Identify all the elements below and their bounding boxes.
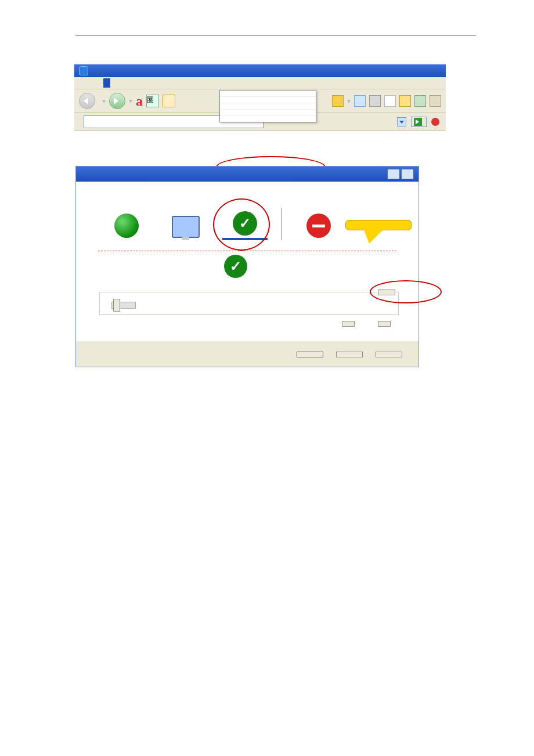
security-level-group bbox=[99, 292, 399, 296]
dialog-button-row bbox=[76, 341, 418, 367]
font-a-icon[interactable]: a bbox=[136, 93, 143, 109]
check-icon-large: ✓ bbox=[224, 255, 247, 278]
ok-button[interactable] bbox=[297, 352, 323, 357]
custom-level-button[interactable] bbox=[342, 321, 355, 327]
dd-windows-diag[interactable] bbox=[220, 110, 316, 116]
sites-button-wrap bbox=[378, 286, 395, 295]
menu-tools[interactable] bbox=[103, 78, 110, 88]
cancel-button[interactable] bbox=[336, 352, 363, 357]
slider-row bbox=[99, 296, 399, 315]
favorites-icon[interactable] bbox=[332, 95, 344, 107]
ie-titlebar bbox=[74, 64, 446, 77]
help-button[interactable] bbox=[387, 169, 400, 179]
discuss-icon[interactable] bbox=[414, 95, 426, 107]
zone-trusted-label bbox=[222, 238, 268, 240]
tabs-text[interactable] bbox=[82, 184, 84, 195]
click-continue-callout bbox=[345, 220, 412, 230]
refresh-icon[interactable]: 圈 bbox=[146, 95, 159, 107]
dialog-titlebar bbox=[76, 167, 418, 182]
mail-icon[interactable] bbox=[354, 95, 366, 107]
convert-button[interactable] bbox=[431, 118, 441, 126]
sites-button[interactable] bbox=[378, 290, 395, 295]
monitor-icon bbox=[172, 216, 200, 238]
dd-popup-blocker[interactable] bbox=[220, 103, 316, 110]
dd-mail-news[interactable] bbox=[220, 91, 316, 97]
globe-icon bbox=[114, 214, 139, 238]
print-icon[interactable] bbox=[369, 95, 381, 107]
back-button[interactable] bbox=[79, 93, 95, 109]
edit-icon[interactable] bbox=[384, 95, 396, 107]
forward-button[interactable] bbox=[109, 93, 125, 109]
folder-icon[interactable] bbox=[399, 95, 411, 107]
internet-options-dialog: ✓ ✓ bbox=[75, 166, 419, 367]
security-slider[interactable] bbox=[111, 302, 136, 309]
close-button[interactable] bbox=[401, 169, 414, 179]
zone-internet[interactable] bbox=[104, 214, 149, 240]
tools-dropdown bbox=[219, 90, 316, 122]
zone-divider bbox=[282, 208, 282, 240]
trusted-description-row: ✓ bbox=[98, 251, 396, 284]
research-icon[interactable] bbox=[430, 95, 441, 107]
convert-icon bbox=[431, 118, 439, 126]
go-button[interactable] bbox=[411, 117, 427, 127]
zone-intranet[interactable] bbox=[163, 216, 208, 240]
apply-button[interactable] bbox=[376, 352, 402, 357]
dialog-tabs[interactable] bbox=[76, 182, 418, 194]
check-icon: ✓ bbox=[233, 211, 257, 236]
go-arrow-icon bbox=[414, 118, 422, 126]
ie-window-figure: ▾ ▾ a 圈 ▾ bbox=[75, 64, 476, 131]
dd-item-2[interactable] bbox=[220, 97, 316, 103]
zone-restricted[interactable] bbox=[296, 214, 341, 240]
addr-dropdown-icon[interactable] bbox=[397, 117, 406, 126]
zone-trusted[interactable]: ✓ bbox=[222, 211, 268, 240]
ie-menubar bbox=[74, 77, 446, 89]
no-entry-icon bbox=[306, 214, 331, 238]
default-level-button[interactable] bbox=[378, 321, 391, 327]
home-icon[interactable] bbox=[163, 95, 175, 107]
ie-logo-icon bbox=[79, 66, 88, 75]
dd-internet-options[interactable] bbox=[220, 116, 316, 122]
top-rule bbox=[75, 35, 476, 35]
